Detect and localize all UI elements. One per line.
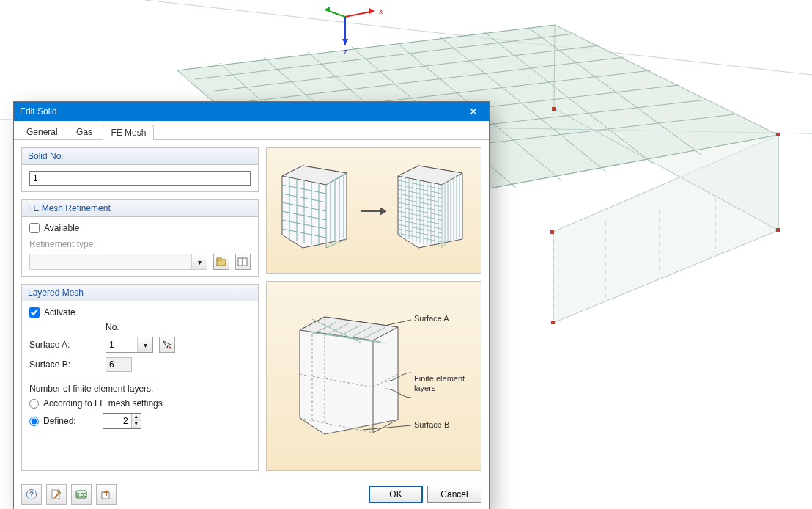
group-layered-mesh: Layered Mesh Activate No. Surface A: 1 ▾ — [21, 284, 259, 471]
svg-rect-34 — [552, 107, 556, 111]
refinement-illustration — [266, 147, 481, 274]
defined-layers-spinner[interactable]: ▲▼ — [103, 413, 141, 429]
chevron-down-icon: ▾ — [191, 254, 207, 269]
svg-rect-32 — [551, 321, 555, 324]
tab-strip: General Gas FE Mesh — [14, 121, 489, 140]
dialog-title-bar[interactable]: Edit Solid ✕ — [14, 102, 489, 121]
group-header-refinement: FE Mesh Refinement — [22, 200, 258, 217]
available-label: Available — [44, 223, 79, 233]
group-header-layered: Layered Mesh — [22, 285, 258, 301]
layered-illustration: Surface A Finite element layers Surface … — [266, 281, 481, 471]
illus-surface-a-label: Surface A — [414, 314, 449, 323]
available-checkbox[interactable] — [29, 223, 40, 233]
edit-solid-dialog: Edit Solid ✕ General Gas FE Mesh Solid N… — [13, 101, 490, 509]
solid-no-input[interactable] — [29, 171, 251, 186]
close-icon[interactable]: ✕ — [464, 102, 483, 121]
svg-rect-30 — [776, 133, 780, 136]
cancel-button[interactable]: Cancel — [427, 486, 481, 503]
spin-down-icon[interactable]: ▼ — [132, 421, 141, 428]
svg-rect-33 — [550, 230, 554, 234]
svg-text:?: ? — [29, 491, 34, 499]
svg-rect-43 — [238, 258, 243, 266]
tab-general[interactable]: General — [18, 124, 66, 139]
radio-defined-label: Defined: — [43, 416, 76, 426]
num-layers-label: Number of finite element layers: — [29, 384, 251, 394]
group-fe-mesh-refinement: FE Mesh Refinement Available Refinement … — [21, 199, 259, 277]
svg-rect-42 — [217, 258, 221, 260]
activate-checkbox[interactable] — [29, 307, 40, 318]
notes-button[interactable] — [46, 484, 67, 505]
radio-according-label: According to FE mesh settings — [43, 398, 163, 409]
units-button[interactable]: 0.00 — [71, 484, 92, 505]
illus-fel-label-2: layers — [414, 384, 436, 392]
radio-according[interactable] — [29, 399, 39, 409]
svg-marker-36 — [369, 8, 374, 14]
svg-rect-44 — [243, 258, 247, 266]
svg-marker-67 — [380, 208, 386, 215]
spin-up-icon[interactable]: ▲ — [132, 414, 141, 421]
refinement-type-combo: ▾ — [29, 254, 207, 270]
ok-button[interactable]: OK — [369, 486, 423, 503]
activate-label: Activate — [44, 307, 75, 318]
open-library-button[interactable] — [213, 254, 229, 270]
axis-z-label: z — [344, 48, 347, 56]
svg-text:0.00: 0.00 — [76, 492, 86, 497]
svg-marker-40 — [342, 39, 348, 45]
dialog-title: Edit Solid — [20, 102, 57, 121]
export-button[interactable] — [96, 484, 117, 505]
help-button[interactable]: ? — [21, 484, 42, 505]
pick-surface-a-button[interactable] — [159, 337, 175, 353]
svg-point-45 — [169, 347, 171, 349]
axis-x-label: x — [379, 7, 383, 15]
surface-b-label: Surface B: — [29, 359, 100, 370]
group-header-solid-no: Solid No. — [22, 148, 258, 165]
surface-a-combo[interactable]: 1 ▾ — [106, 337, 153, 353]
tab-gas[interactable]: Gas — [68, 124, 100, 139]
radio-defined[interactable] — [29, 417, 39, 426]
chevron-down-icon[interactable]: ▾ — [137, 337, 152, 352]
illus-fel-label-1: Finite element — [414, 374, 465, 383]
surface-b-value — [106, 357, 132, 372]
no-column-label: No. — [106, 322, 119, 332]
illus-surface-b-label: Surface B — [414, 420, 449, 429]
defined-layers-input[interactable] — [103, 414, 131, 428]
surface-a-label: Surface A: — [29, 340, 100, 350]
group-solid-no: Solid No. — [21, 147, 259, 192]
svg-rect-31 — [776, 228, 780, 232]
tab-fe-mesh[interactable]: FE Mesh — [103, 125, 154, 140]
edit-refinement-button[interactable] — [235, 254, 251, 270]
svg-marker-38 — [325, 7, 330, 12]
refinement-type-label: Refinement type: — [29, 239, 251, 249]
